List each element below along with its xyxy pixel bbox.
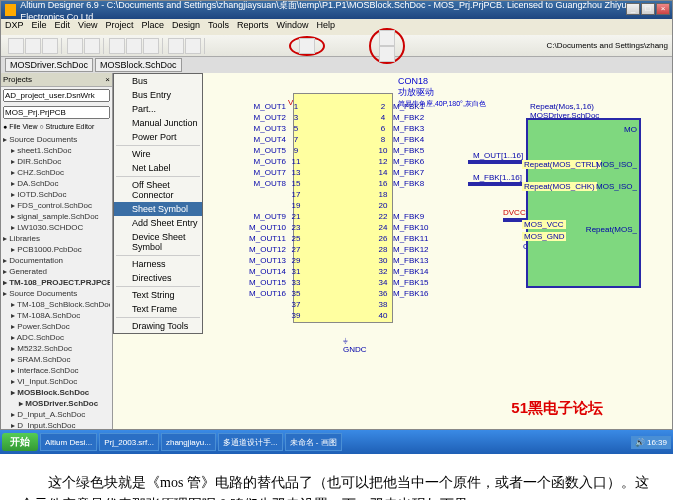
menu-window[interactable]: Window <box>276 20 308 34</box>
menu-dxp[interactable]: DXP <box>5 20 24 34</box>
pin-right[interactable]: 22M_FBK9 <box>376 212 424 221</box>
tree-item[interactable]: ▸ M5232.SchDoc <box>3 343 110 354</box>
port-r1[interactable]: MOS_ISO_ <box>596 160 637 169</box>
port-r3[interactable]: Repeat(MOS_ <box>586 225 637 234</box>
zoom-icon[interactable] <box>84 38 100 54</box>
pin-right[interactable]: 2M_FBK1 <box>376 102 424 111</box>
pin-left[interactable]: M_OUT815 <box>244 179 303 188</box>
port-ctrl[interactable]: Repeat(MOS_CTRL) <box>522 160 601 169</box>
pin-right[interactable]: 26M_FBK11 <box>376 234 429 243</box>
menu-view[interactable]: View <box>78 20 97 34</box>
pin-left[interactable]: 39 <box>244 311 303 320</box>
menu-item[interactable]: Text Frame <box>114 302 202 316</box>
menu-item[interactable]: Wire <box>114 147 202 161</box>
taskbar-task[interactable]: 未命名 - 画图 <box>285 433 342 451</box>
port-r2[interactable]: MOS_ISO_ <box>596 182 637 191</box>
tree-item[interactable]: ▸ D_Input.SchDoc <box>3 420 110 429</box>
menu-item[interactable]: Part... <box>114 102 202 116</box>
pin-left[interactable]: M_OUT11 <box>244 102 303 111</box>
copy-icon[interactable] <box>126 38 142 54</box>
fileview-radio[interactable]: ● File View <box>3 123 37 130</box>
menu-edit[interactable]: Edit <box>55 20 71 34</box>
pin-right[interactable]: 20 <box>376 201 393 210</box>
pin-left[interactable]: M_OUT1533 <box>244 278 303 287</box>
menu-item[interactable]: Off Sheet Connector <box>114 178 202 202</box>
menu-item[interactable]: Text String <box>114 288 202 302</box>
pin-left[interactable]: M_OUT35 <box>244 124 303 133</box>
port-chk[interactable]: Repeat(MOS_CHK) <box>522 182 597 191</box>
port-vcc[interactable]: MOS_VCC <box>522 220 566 229</box>
redo-icon[interactable] <box>185 38 201 54</box>
sheet-symbol-icon[interactable] <box>299 38 315 54</box>
menu-item[interactable]: Add Sheet Entry <box>114 216 202 230</box>
taskbar-task[interactable]: Altium Desi... <box>40 433 97 451</box>
tree-item[interactable]: ▸ ADC.SchDoc <box>3 332 110 343</box>
system-tray[interactable]: 🔊 16:39 <box>631 436 671 449</box>
connector-body[interactable]: M_OUT11M_OUT23M_OUT35M_OUT47M_OUT59M_OUT… <box>293 93 393 323</box>
pin-right[interactable]: 36M_FBK16 <box>376 289 429 298</box>
sheet-symbol-block[interactable]: Repeat(Mos,1,16) MOSDriver.SchDoc Repeat… <box>526 118 641 288</box>
menu-item[interactable]: Bus <box>114 74 202 88</box>
tree-item[interactable]: ▸ DIR.SchDoc <box>3 156 110 167</box>
pin-right[interactable]: 38 <box>376 300 393 309</box>
pin-left[interactable]: M_OUT1125 <box>244 234 303 243</box>
tree-item[interactable]: ▸ PCB1000.PcbDoc <box>3 244 110 255</box>
cut-icon[interactable] <box>109 38 125 54</box>
menu-design[interactable]: Design <box>172 20 200 34</box>
pin-left[interactable]: M_OUT611 <box>244 157 303 166</box>
undo-icon[interactable] <box>168 38 184 54</box>
menu-project[interactable]: Project <box>105 20 133 34</box>
taskbar-task[interactable]: zhangjiayu... <box>161 433 216 451</box>
pin-right[interactable]: 18 <box>376 190 393 199</box>
port-r0[interactable]: MO <box>624 125 637 134</box>
menu-item[interactable]: Harness <box>114 257 202 271</box>
pin-right[interactable]: 30M_FBK13 <box>376 256 429 265</box>
menu-item[interactable]: Bus Entry <box>114 88 202 102</box>
structure-radio[interactable]: ○ Structure Editor <box>39 123 94 130</box>
tree-item[interactable]: ▸ Libraries <box>3 233 110 244</box>
tree-item[interactable]: ▸ D_Input_A.SchDoc <box>3 409 110 420</box>
pin-right[interactable]: 8M_FBK4 <box>376 135 424 144</box>
tree-item[interactable]: ▸ signal_sample.SchDoc <box>3 211 110 222</box>
net-icon[interactable] <box>379 46 395 62</box>
pin-right[interactable]: 40 <box>376 311 393 320</box>
pin-right[interactable]: 16M_FBK8 <box>376 179 424 188</box>
pin-left[interactable]: M_OUT1227 <box>244 245 303 254</box>
pin-right[interactable]: 32M_FBK14 <box>376 267 429 276</box>
menu-reports[interactable]: Reports <box>237 20 269 34</box>
paste-icon[interactable] <box>143 38 159 54</box>
menu-item[interactable]: Drawing Tools <box>114 319 202 333</box>
tree-item[interactable]: ▸ Power.SchDoc <box>3 321 110 332</box>
menu-item[interactable]: Directives <box>114 271 202 285</box>
port-gnd[interactable]: MOS_GND <box>522 232 566 241</box>
pin-left[interactable]: M_OUT1329 <box>244 256 303 265</box>
tree-item[interactable]: ▸ sheet1.SchDoc <box>3 145 110 156</box>
pin-right[interactable]: 6M_FBK3 <box>376 124 424 133</box>
menu-place[interactable]: Place <box>141 20 164 34</box>
tree-item[interactable]: ▸ VI_Input.SchDoc <box>3 376 110 387</box>
tree-item[interactable]: ▸ Source Documents <box>3 134 110 145</box>
pin-right[interactable]: 12M_FBK6 <box>376 157 424 166</box>
pin-right[interactable]: 34M_FBK15 <box>376 278 429 287</box>
tab-mosdriver[interactable]: MOSDriver.SchDoc <box>5 58 93 72</box>
menu-item[interactable]: Sheet Symbol <box>114 202 202 216</box>
tab-mosblock[interactable]: MOSBlock.SchDoc <box>95 58 182 72</box>
pin-left[interactable]: M_OUT1023 <box>244 223 303 232</box>
tree-item[interactable]: ▸ Generated <box>3 266 110 277</box>
menu-item[interactable]: Power Port <box>114 130 202 144</box>
tree-item[interactable]: ▸ TM-108_PROJECT.PRJPCB <box>3 277 110 288</box>
tree-item[interactable]: ▸ CHZ.SchDoc <box>3 167 110 178</box>
pin-left[interactable]: 19 <box>244 201 303 210</box>
minimize-button[interactable]: _ <box>626 3 640 15</box>
address-bar[interactable]: C:\Documents and Settings\zhang <box>547 41 668 50</box>
tree-item[interactable]: ▸ LW1030.SCHDOC <box>3 222 110 233</box>
pin-right[interactable]: 24M_FBK10 <box>376 223 429 232</box>
tree-item[interactable]: ▸ DA.SchDoc <box>3 178 110 189</box>
menu-item[interactable]: Net Label <box>114 161 202 175</box>
print-icon[interactable] <box>67 38 83 54</box>
pin-left[interactable]: M_OUT47 <box>244 135 303 144</box>
menu-item[interactable]: Device Sheet Symbol <box>114 230 202 254</box>
port-icon[interactable] <box>379 30 395 46</box>
workspace-dropdown[interactable] <box>3 89 110 102</box>
pin-left[interactable]: M_OUT921 <box>244 212 303 221</box>
